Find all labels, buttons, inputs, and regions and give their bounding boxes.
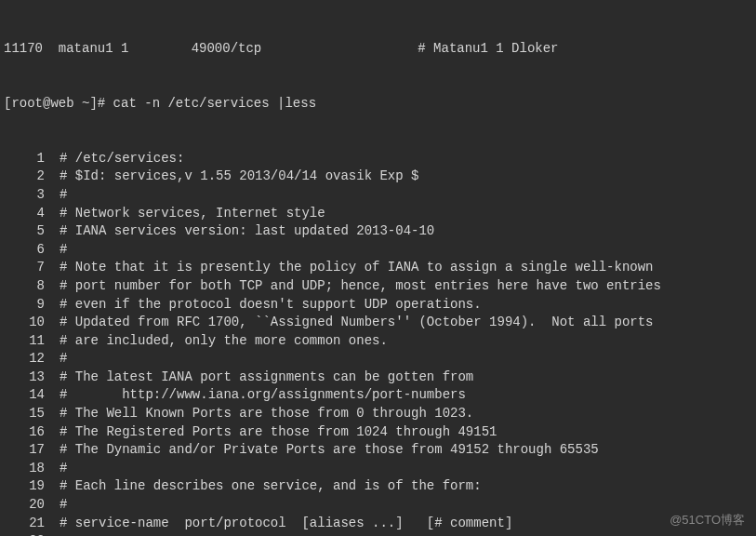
line-text: # IANA services version: last updated 20…	[60, 222, 434, 241]
line-number: 6	[4, 241, 60, 260]
file-line: 15# The Well Known Ports are those from …	[4, 405, 752, 423]
line-text: # service-name port/protocol [aliases ..…	[60, 515, 512, 533]
line-number: 8	[4, 277, 60, 296]
line-text: # Note that it is presently the policy o…	[60, 259, 654, 277]
line-text: #	[60, 241, 67, 260]
shell-prompt-line: [root@web ~]# cat -n /etc/services |less	[4, 95, 752, 114]
terminal-output[interactable]: 11170 matanu1 1 49000/tcp # Matanu1 1 Dl…	[4, 4, 752, 536]
file-line: 18#	[4, 460, 752, 478]
line-text: #	[60, 496, 67, 515]
watermark-text: @51CTO博客	[670, 512, 745, 529]
line-text: # The Registered Ports are those from 10…	[60, 423, 497, 442]
line-text: # The latest IANA port assignments can b…	[60, 368, 473, 387]
line-number: 9	[4, 296, 60, 315]
file-line: 22	[4, 532, 752, 536]
line-number: 4	[4, 205, 60, 223]
line-number: 1	[4, 150, 60, 168]
line-number: 17	[4, 441, 60, 460]
file-line: 6#	[4, 241, 752, 260]
file-line: 9# even if the protocol doesn't support …	[4, 296, 752, 315]
line-text: # /etc/services:	[60, 150, 184, 168]
line-number: 16	[4, 423, 60, 442]
file-line: 2# $Id: services,v 1.55 2013/04/14 ovasi…	[4, 168, 752, 186]
line-number: 11	[4, 332, 60, 351]
file-line: 7# Note that it is presently the policy …	[4, 259, 752, 277]
line-text: # port number for both TCP and UDP; henc…	[60, 277, 661, 296]
line-text: # Each line describes one service, and i…	[60, 477, 482, 496]
file-line: 4# Network services, Internet style	[4, 205, 752, 223]
line-text: # Updated from RFC 1700, ``Assigned Numb…	[60, 314, 654, 332]
line-number: 2	[4, 168, 60, 186]
line-text: # $Id: services,v 1.55 2013/04/14 ovasik…	[60, 168, 418, 186]
file-line: 16# The Registered Ports are those from …	[4, 423, 752, 442]
line-number: 15	[4, 405, 60, 423]
file-line: 13# The latest IANA port assignments can…	[4, 368, 752, 387]
file-line: 1# /etc/services:	[4, 150, 752, 168]
line-text: #	[60, 460, 67, 478]
file-line: 3#	[4, 186, 752, 205]
file-line: 17# The Dynamic and/or Private Ports are…	[4, 441, 752, 460]
line-number: 14	[4, 386, 60, 405]
line-number: 22	[4, 532, 60, 536]
file-line: 11# are included, only the more common o…	[4, 332, 752, 351]
line-text: # The Well Known Ports are those from 0 …	[60, 405, 473, 423]
line-text: # The Dynamic and/or Private Ports are t…	[60, 441, 599, 460]
line-text: # are included, only the more common one…	[60, 332, 388, 351]
line-number: 10	[4, 314, 60, 332]
line-text: #	[60, 186, 67, 205]
file-line: 21# service-name port/protocol [aliases …	[4, 515, 752, 533]
file-line: 10# Updated from RFC 1700, ``Assigned Nu…	[4, 314, 752, 332]
line-text: # Network services, Internet style	[60, 205, 325, 223]
file-line: 12#	[4, 350, 752, 368]
line-number: 7	[4, 259, 60, 277]
line-number: 13	[4, 368, 60, 387]
line-number: 12	[4, 350, 60, 368]
line-number: 20	[4, 496, 60, 515]
file-line: 8# port number for both TCP and UDP; hen…	[4, 277, 752, 296]
file-line: 19# Each line describes one service, and…	[4, 477, 752, 496]
top-partial-line: 11170 matanu1 1 49000/tcp # Matanu1 1 Dl…	[4, 40, 752, 59]
line-text: # even if the protocol doesn't support U…	[60, 296, 482, 315]
file-line: 20#	[4, 496, 752, 515]
file-line: 5# IANA services version: last updated 2…	[4, 222, 752, 241]
line-text: #	[60, 350, 67, 368]
line-number: 3	[4, 186, 60, 205]
line-number: 18	[4, 460, 60, 478]
file-content: 1# /etc/services:2# $Id: services,v 1.55…	[4, 150, 752, 536]
line-number: 21	[4, 515, 60, 533]
file-line: 14# http://www.iana.org/assignments/port…	[4, 386, 752, 405]
line-text: # http://www.iana.org/assignments/port-n…	[60, 386, 466, 405]
line-number: 5	[4, 222, 60, 241]
line-number: 19	[4, 477, 60, 496]
